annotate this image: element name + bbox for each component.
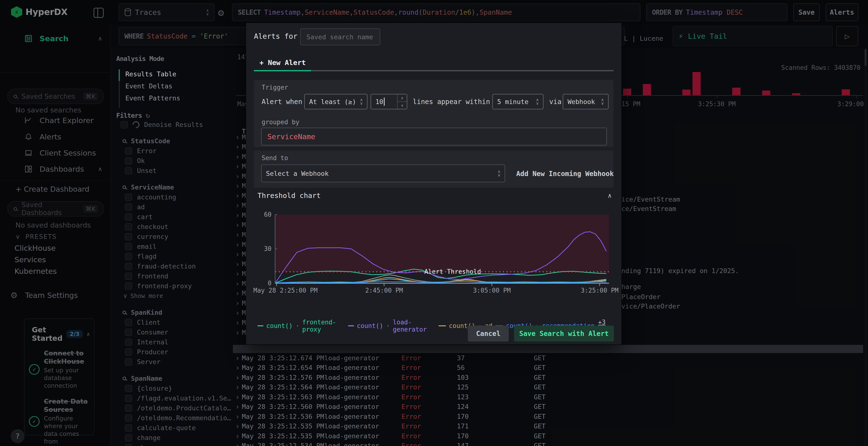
legend-item[interactable]: count()·load-generator bbox=[348, 319, 435, 333]
analysis-tab-event-patterns[interactable]: Event Patterns bbox=[125, 94, 180, 102]
legend-metric: count() bbox=[266, 322, 293, 330]
y-tick-0: 0 bbox=[259, 280, 272, 287]
number-spinner[interactable]: ∧∨ bbox=[397, 94, 407, 109]
threshold-chart-title: Threshold chart bbox=[257, 192, 321, 200]
webhook-select[interactable]: Select a Webhook ∧∨ bbox=[261, 165, 505, 182]
collapse-chevron-icon[interactable]: ∧ bbox=[608, 192, 612, 199]
window-select[interactable]: 5 minute ∧∨ bbox=[492, 94, 544, 109]
lines-within-label: lines appear within bbox=[413, 98, 490, 106]
saved-search-name-input[interactable]: Saved search name bbox=[300, 28, 380, 45]
trigger-panel: Trigger Alert when At least (≥) ∧∨ 10 ∧∨… bbox=[254, 80, 614, 147]
legend-dot: · bbox=[386, 322, 390, 330]
legend-dot: · bbox=[296, 322, 300, 330]
channel-value: Webhook bbox=[567, 98, 595, 105]
chart-x-label: May 28 2:25:00 PM bbox=[253, 287, 326, 294]
spinner-up-icon: ∧ bbox=[398, 94, 407, 101]
grouped-by-input[interactable]: ServiceName bbox=[261, 128, 607, 145]
chart-x-label: 2:45:00 PM bbox=[348, 287, 420, 294]
svg-text:Alert Threshold: Alert Threshold bbox=[424, 268, 481, 275]
y-tick-60: 60 bbox=[259, 211, 272, 218]
legend-series: load-generator bbox=[393, 319, 435, 333]
chart-x-label: 3:25:00 PM bbox=[563, 287, 636, 294]
chevron-updown-icon: ∧∨ bbox=[536, 98, 539, 105]
send-to-label: Send to bbox=[261, 155, 288, 162]
legend-dash bbox=[257, 325, 263, 326]
app-root: ⚡ HyperDX Traces ∧∨ ⚙ SELECT Timestamp,S… bbox=[0, 0, 868, 446]
legend-item[interactable]: count()·frontend-proxy bbox=[257, 319, 345, 333]
channel-select[interactable]: Webhook ∧∨ bbox=[563, 94, 609, 109]
grouped-by-label: grouped by bbox=[261, 118, 300, 126]
chart-x-label: 3:05:00 PM bbox=[456, 287, 528, 294]
legend-series: frontend-proxy bbox=[302, 319, 345, 333]
y-tick-30: 30 bbox=[259, 245, 272, 252]
legend-dash bbox=[439, 325, 446, 326]
modal-title: Alerts for bbox=[254, 32, 298, 40]
threshold-value: 10 bbox=[375, 98, 383, 105]
chevron-updown-icon: ∧∨ bbox=[601, 98, 604, 105]
trigger-label: Trigger bbox=[261, 84, 288, 91]
saved-search-name-placeholder: Saved search name bbox=[306, 33, 373, 41]
text-caret bbox=[384, 98, 384, 106]
threshold-number-input[interactable]: 10 ∧∨ bbox=[371, 94, 407, 109]
via-label: via bbox=[549, 98, 562, 106]
chevron-updown-icon: ∧∨ bbox=[360, 98, 363, 105]
operator-select[interactable]: At least (≥) ∧∨ bbox=[304, 94, 368, 109]
grouped-by-value: ServiceName bbox=[268, 132, 315, 141]
add-webhook-button[interactable]: Add New Incoming Webhook bbox=[516, 170, 614, 178]
legend-metric: count() bbox=[357, 322, 383, 330]
alert-when-label: Alert when bbox=[261, 98, 302, 106]
tab-underline-active bbox=[254, 70, 311, 71]
alert-modal: Alerts for Saved search name + New Alert… bbox=[246, 23, 621, 344]
threshold-chart: Alert Threshold bbox=[274, 213, 615, 319]
window-value: 5 minute bbox=[497, 98, 528, 105]
chevron-updown-icon: ∧∨ bbox=[498, 170, 500, 177]
save-search-with-alert-button[interactable]: Save Search with Alert bbox=[514, 325, 614, 341]
analysis-tab-results-table[interactable]: Results Table bbox=[125, 70, 176, 78]
cancel-button[interactable]: Cancel bbox=[468, 325, 509, 341]
analysis-tab-event-deltas[interactable]: Event Deltas bbox=[125, 82, 173, 90]
legend-dash bbox=[348, 325, 354, 326]
operator-value: At least (≥) bbox=[309, 98, 356, 105]
send-to-panel: Send to Select a Webhook ∧∨ Add New Inco… bbox=[254, 150, 614, 188]
webhook-select-value: Select a Webhook bbox=[266, 170, 329, 177]
spinner-down-icon: ∨ bbox=[398, 101, 407, 109]
tab-new-alert[interactable]: + New Alert bbox=[259, 59, 306, 67]
